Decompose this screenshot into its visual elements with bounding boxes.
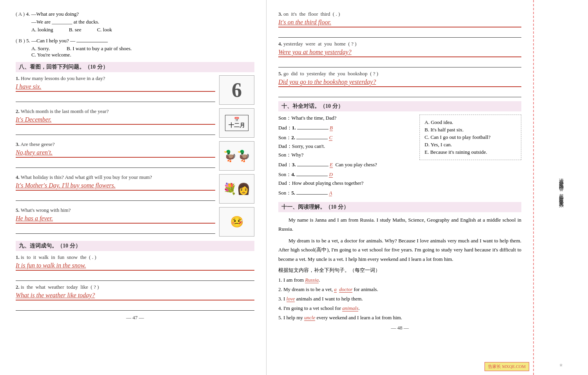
- dialogue-answer-2: C: [329, 135, 332, 141]
- right-page: 3. on it's the floor third ( . ) It's on…: [267, 0, 533, 375]
- mc-q5-choiceB-line: B. I want to buy a pair of shoes.: [67, 46, 254, 52]
- mc-q4-text: —What are you doing?: [31, 11, 79, 17]
- s8-q3-image: 🦆🦆: [219, 141, 254, 171]
- sick-person-icon: 🤒: [230, 215, 244, 228]
- left-page: ( A ) 4. —What are you doing? —We are __…: [0, 0, 267, 375]
- s9-q3-words: 3. on it's the floor third ( . ): [278, 11, 521, 17]
- s9-q1-answer: It is fun to walk in the snow.: [16, 262, 254, 271]
- s9-q2-words: 2. is the what weather today like ( ? ): [16, 284, 254, 290]
- section9-header: 九、连词成句。（10 分）: [16, 241, 254, 251]
- option-D: D. Yes, I can.: [425, 142, 516, 148]
- s9-q1: 1. is to it walk in fun snow the ( . ) I…: [16, 254, 254, 281]
- s8-q4: 4. What holiday is this? And what gift w…: [16, 174, 254, 204]
- section8-header: 八、看图，回答下列问题。（10 分）: [16, 62, 254, 72]
- s8-q2-text-col: 2. Which month is the last month of the …: [16, 108, 215, 138]
- option-C: C. Can I go out to play football?: [425, 134, 516, 140]
- passage-para1: My name is Janna and I am from Russia. I…: [278, 215, 521, 234]
- dialogue-answer-1: B: [330, 125, 333, 131]
- s8-q2-line: [16, 126, 215, 135]
- s8-q4-question: 4. What holiday is this? And what gift w…: [16, 174, 215, 180]
- s8-q4-line: [16, 192, 215, 201]
- s8-q3-answer: No,they aren't.: [16, 149, 215, 158]
- flowers-icon: 💐👩: [223, 182, 250, 195]
- fill-q4: 4. I'm going to a vet school for animals…: [278, 305, 521, 311]
- s8-q3: 3. Are these geese? No,they aren't. 🦆🦆: [16, 141, 254, 171]
- mc-q4-line: ( A ) 4. —What are you doing?: [16, 11, 254, 17]
- mc-q5-text: —Can I help you? —: [31, 36, 108, 44]
- fill-q5-answer: uncle: [304, 315, 315, 321]
- options-box: A. Good idea. B. It's half past six. C. …: [419, 115, 521, 160]
- mc-q5-choiceC: C. You're welcome.: [31, 52, 71, 58]
- geese-icon: 🦆🦆: [223, 149, 250, 162]
- s8-q5-text-col: 5. What's wrong with him? He has a fever…: [16, 207, 215, 237]
- s8-q2-answer: It's December.: [16, 116, 215, 125]
- fill-q4-answer: animals: [342, 305, 358, 311]
- section11-header: 十一、阅读理解。（10 分）: [278, 202, 521, 212]
- s9-q1-words: 1. is to it walk in fun snow the ( . ): [16, 254, 254, 260]
- mc-q5-line: ( B ) 5. —Can I help you? —: [16, 36, 254, 44]
- fill-q2-answer1: a: [334, 286, 337, 293]
- s8-q5-answer: He has a fever.: [16, 215, 215, 224]
- mc-q4-choiceC: C. look: [97, 27, 112, 33]
- dialogue-line-8: Dad：How about playing chess together?: [278, 180, 521, 187]
- s8-q3-line: [16, 159, 215, 168]
- dialogue-answer-3: E: [330, 162, 333, 168]
- fill-instruction: 根据短文内容，补全下列句子。（每空一词）: [278, 267, 521, 274]
- fill-q3-text: 3. I love animals and I want to help the…: [278, 296, 363, 302]
- section10-header: 十、补全对话。（10 分）: [278, 101, 521, 111]
- fill-q3: 3. I love animals and I want to help the…: [278, 296, 521, 302]
- option-B: B. It's half past six.: [425, 127, 516, 133]
- watermark: 告家长 MXQE.COM: [485, 362, 529, 371]
- fill-q1-answer: Russia: [305, 277, 319, 283]
- s9-q3-answer: It's on the third floor.: [278, 19, 521, 27]
- s9-q2-answer: What is the weather like today?: [16, 292, 254, 300]
- fill-q2-text: 2. My dream is to be a vet, a doctor for…: [278, 286, 378, 293]
- s8-q3-text-col: 3. Are these geese? No,they aren't.: [16, 141, 215, 171]
- s8-q1-question: 1. How many lessons do you have in a day…: [16, 75, 215, 82]
- side-margin-middle-label: ※: [559, 188, 563, 192]
- mc-q4-sub: —We are ________ at the ducks.: [31, 19, 254, 25]
- s8-q2-image: 📅 十二月: [219, 108, 254, 138]
- fill-q5-text: 5. I help my uncle every weekend and I l…: [278, 315, 402, 321]
- right-page-number: — 48 —: [278, 325, 521, 331]
- exam-paper: ( A ) 4. —What are you doing? —We are __…: [0, 0, 588, 375]
- dialogue-line-6: Dad：3. E Can you play chess?: [278, 160, 521, 168]
- fill-q3-answer: love: [287, 296, 295, 302]
- dialogue-answer-4: D: [329, 171, 332, 178]
- mc-question-5: ( B ) 5. —Can I help you? — A. Sorry. B.…: [16, 36, 254, 58]
- s8-q5-question: 5. What's wrong with him?: [16, 207, 215, 213]
- s8-q5: 5. What's wrong with him? He has a fever…: [16, 207, 254, 237]
- s8-q5-image: 🤒: [219, 207, 254, 237]
- s8-q5-line: [16, 225, 215, 234]
- s8-q3-question: 3. Are these geese?: [16, 141, 215, 147]
- s8-q1-line: [16, 93, 215, 102]
- s8-q4-image: 💐👩: [219, 174, 254, 204]
- fill-q2-answer2: doctor: [339, 286, 352, 293]
- s9-q2-line: [16, 302, 254, 311]
- mc-q5-choiceC-line: C. You're welcome.: [31, 52, 254, 58]
- option-E: E. Because it's raining outside.: [425, 149, 516, 155]
- mc-q4-choiceB: B. see: [69, 27, 82, 33]
- s8-q4-text-col: 4. What holiday is this? And what gift w…: [16, 174, 215, 204]
- fill-q4-text: 4. I'm going to a vet school for animals…: [278, 305, 359, 311]
- fill-q5: 5. I help my uncle every weekend and I l…: [278, 315, 521, 321]
- mc-q4-number: 4.: [26, 11, 30, 17]
- fill-q2: 2. My dream is to be a vet, a doctor for…: [278, 286, 521, 293]
- s9-q3-line: [278, 29, 521, 38]
- s8-q2-question: 2. Which month is the last month of the …: [16, 108, 215, 115]
- section10-content: A. Good idea. B. It's half past six. C. …: [278, 115, 521, 198]
- s8-q1-text-col: 1. How many lessons do you have in a day…: [16, 75, 215, 105]
- fill-q1-text: 1. I am from Russia.: [278, 277, 320, 283]
- s8-q1-answer: I have six.: [16, 83, 215, 92]
- s9-q2: 2. is the what weather today like ( ? ) …: [16, 284, 254, 311]
- s9-q1-line: [16, 272, 254, 281]
- s9-q4: 4. yesterday were at you home ( ? ) Were…: [278, 41, 521, 67]
- s9-q5-line: [278, 89, 521, 97]
- mc-q5-choiceA: A. Sorry.: [31, 46, 50, 52]
- mc-q4-choiceA: A. looking: [31, 27, 53, 33]
- s9-q4-words: 4. yesterday were at you home ( ? ): [278, 41, 521, 47]
- s9-q5: 5. go did to yesterday the you bookshop …: [278, 71, 521, 97]
- s9-q5-answer: Did you go to the bookshop yesterday?: [278, 78, 521, 87]
- mc-question-4: ( A ) 4. —What are you doing? —We are __…: [16, 11, 254, 33]
- mc-q5-choiceB: B. I want to buy a pair of shoes.: [67, 46, 132, 51]
